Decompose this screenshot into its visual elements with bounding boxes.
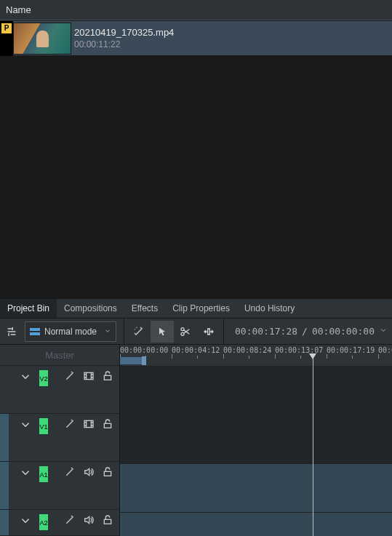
- track-lock-button[interactable]: [102, 418, 113, 432]
- timeline-toolbar: Normal mode 00:00:17:28 / 00:00:00:00: [0, 319, 392, 345]
- proxy-marker: P: [1, 23, 12, 33]
- bin-header-label: Name: [6, 4, 31, 15]
- track-effects-button[interactable]: [64, 370, 76, 384]
- lock-open-icon: [102, 418, 113, 430]
- lane-a1[interactable]: [120, 464, 392, 513]
- bin-item-lead: P: [0, 21, 13, 56]
- tab-project-bin[interactable]: Project Bin: [0, 299, 57, 318]
- track-thumb-button[interactable]: [83, 370, 95, 384]
- svg-rect-5: [104, 424, 111, 428]
- tab-clip-properties[interactable]: Clip Properties: [165, 299, 237, 318]
- wand-icon: [64, 514, 76, 526]
- film-icon: [83, 370, 95, 382]
- track-header-a1[interactable]: A1: [0, 462, 119, 510]
- wand-icon: [133, 326, 145, 337]
- spacer-tool-button[interactable]: [197, 321, 220, 343]
- clip-duration: 00:00:11:22: [74, 39, 174, 49]
- svg-rect-4: [84, 421, 93, 428]
- chevron-down-icon[interactable]: [379, 326, 388, 337]
- chevron-down-icon: [104, 327, 111, 337]
- track-label[interactable]: A2: [39, 514, 48, 530]
- app-root: Name P 20210419_170325.mp4 00:00:11:22 P…: [0, 0, 392, 536]
- selection-tool-button[interactable]: [151, 321, 174, 343]
- track-label[interactable]: A1: [39, 466, 48, 482]
- timecode-display[interactable]: 00:00:17:28 / 00:00:00:00: [227, 326, 392, 337]
- edit-mode-combo[interactable]: Normal mode: [25, 321, 116, 342]
- tab-effects[interactable]: Effects: [124, 299, 165, 318]
- ruler-tick: 00:00:08:24: [223, 346, 271, 354]
- track-header-v1[interactable]: V1: [0, 414, 119, 462]
- timeline-ruler[interactable]: 00:00:00:00 00:00:04:12 00:00:08:24 00:0…: [120, 345, 392, 367]
- clip-thumbnail: [13, 23, 71, 55]
- razor-tool-button[interactable]: [174, 321, 197, 343]
- lock-open-icon: [102, 466, 113, 478]
- playhead[interactable]: [313, 358, 313, 536]
- wand-icon: [64, 466, 76, 478]
- track-header-v2[interactable]: V2: [0, 366, 119, 414]
- svg-rect-6: [104, 472, 111, 476]
- zone-handle[interactable]: [142, 356, 146, 365]
- wand-icon: [64, 370, 76, 382]
- ruler-tick: 00:0: [378, 346, 392, 354]
- timecode-separator: /: [302, 326, 308, 337]
- track-thumb-button[interactable]: [83, 418, 95, 432]
- lane-v1[interactable]: [120, 415, 392, 464]
- track-buttons: [64, 514, 113, 528]
- track-mute-button[interactable]: [83, 514, 95, 528]
- track-effects-button[interactable]: [64, 466, 76, 480]
- separator: [223, 319, 224, 345]
- collapse-track-button[interactable]: [12, 466, 39, 479]
- sliders-icon: [6, 326, 17, 337]
- track-buttons: [64, 370, 113, 384]
- tab-compositions[interactable]: Compositions: [57, 299, 124, 318]
- timeline-zone[interactable]: [120, 357, 145, 364]
- track-mute-button[interactable]: [83, 466, 95, 480]
- collapse-track-button[interactable]: [12, 370, 39, 383]
- track-label[interactable]: V2: [39, 370, 48, 386]
- track-lock-button[interactable]: [102, 370, 113, 384]
- clip-filename: 20210419_170325.mp4: [74, 27, 174, 38]
- track-effects-button[interactable]: [64, 514, 76, 528]
- svg-rect-2: [84, 373, 93, 380]
- mode-icon: [30, 328, 41, 335]
- panel-tabs: Project Bin Compositions Effects Clip Pr…: [0, 298, 392, 319]
- bin-column-header[interactable]: Name: [0, 0, 392, 20]
- track-headers: Master V2 V1: [0, 345, 120, 536]
- svg-rect-3: [104, 376, 111, 380]
- track-effects-button[interactable]: [64, 418, 76, 432]
- timecode-total: 00:00:00:00: [312, 326, 375, 337]
- speaker-icon: [83, 466, 95, 478]
- collapse-track-button[interactable]: [12, 418, 39, 431]
- spacer-icon: [203, 326, 215, 337]
- svg-rect-7: [104, 520, 111, 524]
- project-bin-list[interactable]: P 20210419_170325.mp4 00:00:11:22: [0, 20, 392, 298]
- wand-icon: [64, 418, 76, 430]
- lock-open-icon: [102, 514, 113, 526]
- track-header-a2[interactable]: A2: [0, 510, 119, 536]
- timeline-canvas[interactable]: 00:00:00:00 00:00:04:12 00:00:08:24 00:0…: [120, 345, 392, 536]
- composite-mode-button[interactable]: [127, 321, 151, 343]
- speaker-icon: [83, 514, 95, 526]
- lock-open-icon: [102, 370, 113, 382]
- master-track-header[interactable]: Master: [0, 345, 119, 366]
- timecode-current: 00:00:17:28: [235, 326, 297, 337]
- track-lock-button[interactable]: [102, 466, 113, 480]
- ruler-tick: 00:00:04:12: [172, 346, 220, 354]
- lane-a2[interactable]: [120, 513, 392, 536]
- track-lock-button[interactable]: [102, 514, 113, 528]
- clip-meta: 20210419_170325.mp4 00:00:11:22: [74, 27, 174, 49]
- separator: [124, 319, 124, 345]
- collapse-track-button[interactable]: [12, 514, 39, 527]
- cursor-icon: [156, 326, 168, 337]
- timeline: Master V2 V1: [0, 345, 392, 536]
- track-label[interactable]: V1: [39, 418, 48, 434]
- lane-v2[interactable]: [120, 367, 392, 415]
- tab-undo-history[interactable]: Undo History: [237, 299, 302, 318]
- bin-item[interactable]: P 20210419_170325.mp4 00:00:11:22: [0, 20, 392, 55]
- track-buttons: [64, 418, 113, 432]
- ruler-tick: 00:00:17:19: [327, 346, 375, 354]
- track-settings-button[interactable]: [0, 321, 23, 343]
- track-buttons: [64, 466, 113, 480]
- edit-mode-label: Normal mode: [44, 327, 104, 337]
- film-icon: [83, 418, 95, 430]
